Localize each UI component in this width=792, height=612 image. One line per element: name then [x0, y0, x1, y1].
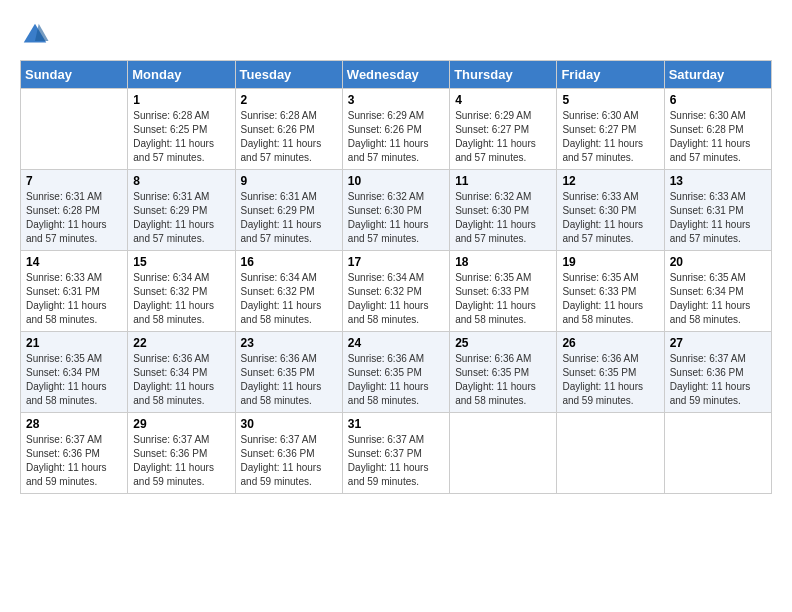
day-number: 15	[133, 255, 229, 269]
calendar-cell: 29Sunrise: 6:37 AMSunset: 6:36 PMDayligh…	[128, 413, 235, 494]
calendar-cell: 3Sunrise: 6:29 AMSunset: 6:26 PMDaylight…	[342, 89, 449, 170]
day-info: Sunrise: 6:35 AMSunset: 6:33 PMDaylight:…	[455, 271, 551, 327]
calendar-cell: 19Sunrise: 6:35 AMSunset: 6:33 PMDayligh…	[557, 251, 664, 332]
day-header-monday: Monday	[128, 61, 235, 89]
calendar-cell	[664, 413, 771, 494]
day-number: 30	[241, 417, 337, 431]
calendar: SundayMondayTuesdayWednesdayThursdayFrid…	[20, 60, 772, 494]
calendar-cell: 14Sunrise: 6:33 AMSunset: 6:31 PMDayligh…	[21, 251, 128, 332]
day-info: Sunrise: 6:35 AMSunset: 6:34 PMDaylight:…	[26, 352, 122, 408]
day-info: Sunrise: 6:37 AMSunset: 6:37 PMDaylight:…	[348, 433, 444, 489]
day-info: Sunrise: 6:29 AMSunset: 6:27 PMDaylight:…	[455, 109, 551, 165]
day-header-friday: Friday	[557, 61, 664, 89]
day-number: 11	[455, 174, 551, 188]
day-header-thursday: Thursday	[450, 61, 557, 89]
calendar-cell	[21, 89, 128, 170]
day-number: 13	[670, 174, 766, 188]
calendar-cell: 24Sunrise: 6:36 AMSunset: 6:35 PMDayligh…	[342, 332, 449, 413]
day-header-sunday: Sunday	[21, 61, 128, 89]
day-info: Sunrise: 6:37 AMSunset: 6:36 PMDaylight:…	[133, 433, 229, 489]
calendar-cell: 18Sunrise: 6:35 AMSunset: 6:33 PMDayligh…	[450, 251, 557, 332]
calendar-cell: 7Sunrise: 6:31 AMSunset: 6:28 PMDaylight…	[21, 170, 128, 251]
calendar-cell: 10Sunrise: 6:32 AMSunset: 6:30 PMDayligh…	[342, 170, 449, 251]
day-info: Sunrise: 6:33 AMSunset: 6:30 PMDaylight:…	[562, 190, 658, 246]
svg-marker-1	[35, 24, 49, 41]
day-number: 22	[133, 336, 229, 350]
calendar-cell: 8Sunrise: 6:31 AMSunset: 6:29 PMDaylight…	[128, 170, 235, 251]
calendar-cell: 2Sunrise: 6:28 AMSunset: 6:26 PMDaylight…	[235, 89, 342, 170]
calendar-cell: 20Sunrise: 6:35 AMSunset: 6:34 PMDayligh…	[664, 251, 771, 332]
calendar-cell: 5Sunrise: 6:30 AMSunset: 6:27 PMDaylight…	[557, 89, 664, 170]
day-info: Sunrise: 6:35 AMSunset: 6:34 PMDaylight:…	[670, 271, 766, 327]
calendar-cell: 6Sunrise: 6:30 AMSunset: 6:28 PMDaylight…	[664, 89, 771, 170]
day-info: Sunrise: 6:34 AMSunset: 6:32 PMDaylight:…	[133, 271, 229, 327]
logo	[20, 20, 54, 50]
day-number: 14	[26, 255, 122, 269]
calendar-cell: 1Sunrise: 6:28 AMSunset: 6:25 PMDaylight…	[128, 89, 235, 170]
calendar-cell	[450, 413, 557, 494]
calendar-cell: 15Sunrise: 6:34 AMSunset: 6:32 PMDayligh…	[128, 251, 235, 332]
day-info: Sunrise: 6:28 AMSunset: 6:26 PMDaylight:…	[241, 109, 337, 165]
logo-icon	[20, 20, 50, 50]
day-info: Sunrise: 6:36 AMSunset: 6:35 PMDaylight:…	[348, 352, 444, 408]
calendar-cell: 22Sunrise: 6:36 AMSunset: 6:34 PMDayligh…	[128, 332, 235, 413]
day-info: Sunrise: 6:33 AMSunset: 6:31 PMDaylight:…	[26, 271, 122, 327]
calendar-cell: 17Sunrise: 6:34 AMSunset: 6:32 PMDayligh…	[342, 251, 449, 332]
calendar-cell: 16Sunrise: 6:34 AMSunset: 6:32 PMDayligh…	[235, 251, 342, 332]
day-info: Sunrise: 6:36 AMSunset: 6:35 PMDaylight:…	[455, 352, 551, 408]
day-number: 19	[562, 255, 658, 269]
day-info: Sunrise: 6:32 AMSunset: 6:30 PMDaylight:…	[348, 190, 444, 246]
day-info: Sunrise: 6:34 AMSunset: 6:32 PMDaylight:…	[241, 271, 337, 327]
calendar-cell: 11Sunrise: 6:32 AMSunset: 6:30 PMDayligh…	[450, 170, 557, 251]
day-number: 5	[562, 93, 658, 107]
calendar-cell: 12Sunrise: 6:33 AMSunset: 6:30 PMDayligh…	[557, 170, 664, 251]
day-number: 18	[455, 255, 551, 269]
day-number: 16	[241, 255, 337, 269]
day-number: 7	[26, 174, 122, 188]
day-info: Sunrise: 6:31 AMSunset: 6:29 PMDaylight:…	[241, 190, 337, 246]
calendar-cell: 13Sunrise: 6:33 AMSunset: 6:31 PMDayligh…	[664, 170, 771, 251]
day-info: Sunrise: 6:28 AMSunset: 6:25 PMDaylight:…	[133, 109, 229, 165]
day-info: Sunrise: 6:37 AMSunset: 6:36 PMDaylight:…	[670, 352, 766, 408]
day-number: 25	[455, 336, 551, 350]
calendar-cell	[557, 413, 664, 494]
calendar-cell: 21Sunrise: 6:35 AMSunset: 6:34 PMDayligh…	[21, 332, 128, 413]
day-number: 24	[348, 336, 444, 350]
day-info: Sunrise: 6:36 AMSunset: 6:35 PMDaylight:…	[562, 352, 658, 408]
calendar-cell: 4Sunrise: 6:29 AMSunset: 6:27 PMDaylight…	[450, 89, 557, 170]
day-number: 8	[133, 174, 229, 188]
calendar-cell: 9Sunrise: 6:31 AMSunset: 6:29 PMDaylight…	[235, 170, 342, 251]
day-info: Sunrise: 6:34 AMSunset: 6:32 PMDaylight:…	[348, 271, 444, 327]
calendar-cell: 23Sunrise: 6:36 AMSunset: 6:35 PMDayligh…	[235, 332, 342, 413]
day-header-wednesday: Wednesday	[342, 61, 449, 89]
calendar-cell: 31Sunrise: 6:37 AMSunset: 6:37 PMDayligh…	[342, 413, 449, 494]
day-info: Sunrise: 6:31 AMSunset: 6:29 PMDaylight:…	[133, 190, 229, 246]
day-number: 12	[562, 174, 658, 188]
header	[20, 20, 772, 50]
day-info: Sunrise: 6:36 AMSunset: 6:34 PMDaylight:…	[133, 352, 229, 408]
day-number: 3	[348, 93, 444, 107]
day-number: 17	[348, 255, 444, 269]
day-number: 1	[133, 93, 229, 107]
day-number: 31	[348, 417, 444, 431]
day-info: Sunrise: 6:33 AMSunset: 6:31 PMDaylight:…	[670, 190, 766, 246]
day-info: Sunrise: 6:37 AMSunset: 6:36 PMDaylight:…	[26, 433, 122, 489]
day-header-saturday: Saturday	[664, 61, 771, 89]
day-number: 9	[241, 174, 337, 188]
day-number: 23	[241, 336, 337, 350]
day-number: 21	[26, 336, 122, 350]
day-number: 2	[241, 93, 337, 107]
day-info: Sunrise: 6:31 AMSunset: 6:28 PMDaylight:…	[26, 190, 122, 246]
day-info: Sunrise: 6:35 AMSunset: 6:33 PMDaylight:…	[562, 271, 658, 327]
day-number: 27	[670, 336, 766, 350]
day-info: Sunrise: 6:30 AMSunset: 6:28 PMDaylight:…	[670, 109, 766, 165]
day-number: 29	[133, 417, 229, 431]
day-header-tuesday: Tuesday	[235, 61, 342, 89]
calendar-cell: 30Sunrise: 6:37 AMSunset: 6:36 PMDayligh…	[235, 413, 342, 494]
day-info: Sunrise: 6:30 AMSunset: 6:27 PMDaylight:…	[562, 109, 658, 165]
day-number: 20	[670, 255, 766, 269]
day-info: Sunrise: 6:29 AMSunset: 6:26 PMDaylight:…	[348, 109, 444, 165]
day-number: 10	[348, 174, 444, 188]
day-info: Sunrise: 6:32 AMSunset: 6:30 PMDaylight:…	[455, 190, 551, 246]
day-info: Sunrise: 6:36 AMSunset: 6:35 PMDaylight:…	[241, 352, 337, 408]
